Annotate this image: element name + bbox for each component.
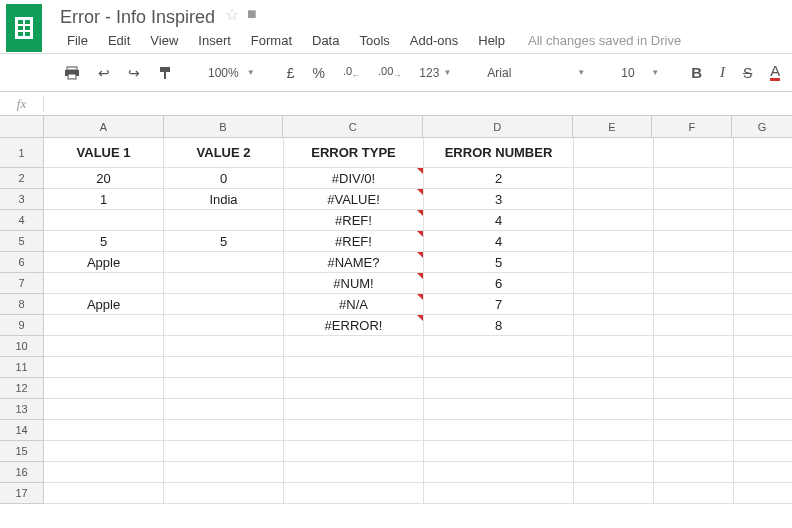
cell-D3[interactable]: 3 [424,189,574,210]
menu-edit[interactable]: Edit [99,29,139,52]
cell-F9[interactable] [654,315,734,336]
cell-F16[interactable] [654,462,734,483]
cell-E2[interactable] [574,168,654,189]
cell-G12[interactable] [734,378,792,399]
cell-B16[interactable] [164,462,284,483]
cell-F12[interactable] [654,378,734,399]
cell-F2[interactable] [654,168,734,189]
row-header[interactable]: 9 [0,315,44,336]
cell-B12[interactable] [164,378,284,399]
cell-F17[interactable] [654,483,734,504]
cell-B5[interactable]: 5 [164,231,284,252]
cell-C13[interactable] [284,399,424,420]
cell-A4[interactable] [44,210,164,231]
cell-A6[interactable]: Apple [44,252,164,273]
menu-help[interactable]: Help [469,29,514,52]
cell-E11[interactable] [574,357,654,378]
cell-C15[interactable] [284,441,424,462]
cell-A17[interactable] [44,483,164,504]
cell-D13[interactable] [424,399,574,420]
more-formats-dropdown[interactable]: 123▼ [413,63,457,83]
cell-G13[interactable] [734,399,792,420]
row-header[interactable]: 2 [0,168,44,189]
cell-F3[interactable] [654,189,734,210]
cell-A3[interactable]: 1 [44,189,164,210]
paint-format-icon[interactable] [152,62,178,84]
cell-E7[interactable] [574,273,654,294]
cell-E3[interactable] [574,189,654,210]
cell-A15[interactable] [44,441,164,462]
cell-B7[interactable] [164,273,284,294]
row-header[interactable]: 1 [0,138,44,168]
menu-file[interactable]: File [58,29,97,52]
column-header-A[interactable]: A [44,116,164,137]
row-header[interactable]: 8 [0,294,44,315]
undo-icon[interactable]: ↩ [92,61,116,85]
cell-E5[interactable] [574,231,654,252]
cell-B6[interactable] [164,252,284,273]
row-header[interactable]: 17 [0,483,44,504]
cell-E4[interactable] [574,210,654,231]
cell-B13[interactable] [164,399,284,420]
cell-C8[interactable]: #N/A [284,294,424,315]
currency-button[interactable]: £ [281,61,301,85]
cell-D1[interactable]: ERROR NUMBER [424,138,574,168]
row-header[interactable]: 7 [0,273,44,294]
text-color-button[interactable]: A [764,60,786,85]
cell-G1[interactable] [734,138,792,168]
cell-F1[interactable] [654,138,734,168]
cell-A16[interactable] [44,462,164,483]
cell-E8[interactable] [574,294,654,315]
cell-E17[interactable] [574,483,654,504]
cell-G9[interactable] [734,315,792,336]
column-header-F[interactable]: F [652,116,732,137]
cell-A9[interactable] [44,315,164,336]
row-header[interactable]: 5 [0,231,44,252]
cell-B2[interactable]: 0 [164,168,284,189]
cell-A5[interactable]: 5 [44,231,164,252]
row-header[interactable]: 11 [0,357,44,378]
cell-F6[interactable] [654,252,734,273]
row-header[interactable]: 16 [0,462,44,483]
cell-C16[interactable] [284,462,424,483]
font-dropdown[interactable]: Arial▼ [477,61,591,85]
cell-G3[interactable] [734,189,792,210]
column-header-D[interactable]: D [423,116,573,137]
row-header[interactable]: 13 [0,399,44,420]
menu-tools[interactable]: Tools [350,29,398,52]
cell-C4[interactable]: #REF! [284,210,424,231]
cell-A14[interactable] [44,420,164,441]
cell-D4[interactable]: 4 [424,210,574,231]
italic-button[interactable]: I [714,60,731,85]
percent-button[interactable]: % [306,61,330,85]
cell-C5[interactable]: #REF! [284,231,424,252]
cell-E1[interactable] [574,138,654,168]
cell-A1[interactable]: VALUE 1 [44,138,164,168]
cell-A10[interactable] [44,336,164,357]
formula-input[interactable] [44,96,792,111]
cell-C2[interactable]: #DIV/0! [284,168,424,189]
cell-G7[interactable] [734,273,792,294]
cell-B14[interactable] [164,420,284,441]
cell-D5[interactable]: 4 [424,231,574,252]
cell-A7[interactable] [44,273,164,294]
cell-D15[interactable] [424,441,574,462]
row-header[interactable]: 10 [0,336,44,357]
cell-A12[interactable] [44,378,164,399]
cell-F8[interactable] [654,294,734,315]
cell-C7[interactable]: #NUM! [284,273,424,294]
column-header-B[interactable]: B [164,116,284,137]
cell-F4[interactable] [654,210,734,231]
cell-D16[interactable] [424,462,574,483]
column-header-E[interactable]: E [573,116,653,137]
decrease-decimal-button[interactable]: .0← [337,61,366,84]
cell-G2[interactable] [734,168,792,189]
cell-G4[interactable] [734,210,792,231]
redo-icon[interactable]: ↪ [122,61,146,85]
cell-A13[interactable] [44,399,164,420]
row-header[interactable]: 6 [0,252,44,273]
cell-D7[interactable]: 6 [424,273,574,294]
cell-E14[interactable] [574,420,654,441]
star-icon[interactable]: ☆ [225,5,239,24]
column-header-C[interactable]: C [283,116,423,137]
